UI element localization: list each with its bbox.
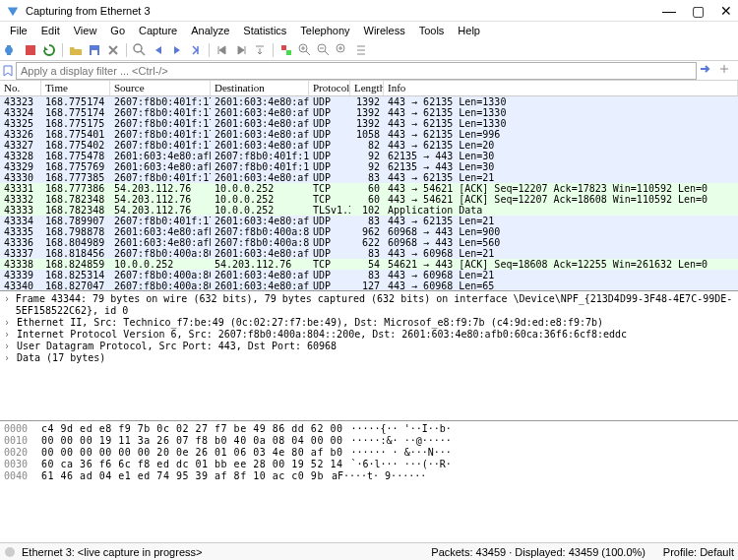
filter-expression-button[interactable] (718, 63, 736, 79)
packet-row[interactable]: 43328168.7754782601:603:4e80:afb0:…2607:… (0, 151, 738, 161)
svg-point-3 (134, 44, 142, 52)
hex-row[interactable]: 004061 46 ad 04 e1 ed 74 95 39 af 8f 10 … (4, 470, 734, 482)
app-icon (6, 4, 20, 18)
restart-capture-button[interactable] (41, 42, 57, 58)
packet-row[interactable]: 43329168.7757692601:603:4e80:afb0:…2607:… (0, 161, 738, 172)
svg-point-9 (5, 547, 15, 557)
go-first-button[interactable] (215, 42, 230, 58)
svg-rect-0 (26, 45, 35, 55)
zoom-in-button[interactable] (297, 42, 313, 58)
menu-analyze[interactable]: Analyze (185, 24, 235, 37)
packet-row[interactable]: 43327168.7754022607:f8b0:401f:17::a2601:… (0, 140, 738, 151)
status-left: Ethernet 3: <live capture in progress> (22, 546, 421, 558)
hex-row[interactable]: 001000 00 00 19 11 3a 26 07 f8 b0 40 0a … (4, 435, 734, 447)
bookmark-icon[interactable] (2, 65, 14, 77)
display-filter-input[interactable] (16, 62, 697, 80)
go-last-button[interactable] (233, 42, 249, 58)
col-destination[interactable]: Destination (211, 81, 309, 95)
menu-tools[interactable]: Tools (413, 24, 451, 37)
col-info[interactable]: Info (384, 81, 738, 95)
save-file-button[interactable] (87, 42, 102, 58)
go-next-button[interactable] (169, 42, 185, 58)
start-capture-button[interactable] (4, 42, 20, 58)
go-prev-button[interactable] (151, 42, 166, 58)
menu-wireless[interactable]: Wireless (358, 24, 411, 37)
find-packet-button[interactable] (132, 42, 148, 58)
packet-row[interactable]: 43339168.8253142607:f8b0:400a:804:…2601:… (0, 270, 738, 280)
packet-row[interactable]: 43326168.7754012607:f8b0:401f:17::a2601:… (0, 129, 738, 140)
window-title: Capturing from Ethernet 3 (26, 5, 662, 17)
col-protocol[interactable]: Protocol (309, 81, 350, 95)
filter-apply-button[interactable] (699, 63, 716, 79)
col-length[interactable]: Length (350, 81, 384, 95)
status-packets: Packets: 43459 · Displayed: 43459 (100.0… (421, 546, 655, 558)
packet-bytes-pane[interactable]: 0000c4 9d ed e8 f9 7b 0c 02 27 f7 be 49 … (0, 421, 738, 542)
menu-help[interactable]: Help (452, 24, 486, 37)
menu-go[interactable]: Go (104, 24, 131, 37)
detail-data[interactable]: Data (17 bytes) (17, 352, 105, 364)
svg-rect-4 (281, 45, 286, 50)
menu-capture[interactable]: Capture (133, 24, 183, 37)
packet-list-pane: No. Time Source Destination Protocol Len… (0, 81, 738, 291)
col-no[interactable]: No. (0, 81, 41, 95)
detail-frame[interactable]: Frame 43344: 79 bytes on wire (632 bits)… (16, 293, 734, 317)
packet-row[interactable]: 43335168.7988782601:603:4e80:afb0:…2607:… (0, 226, 738, 237)
packet-row[interactable]: 43325168.7751752607:f8b0:401f:17::a2601:… (0, 118, 738, 129)
packet-row[interactable]: 43331168.77738654.203.112.7610.0.0.252TC… (0, 183, 738, 194)
menu-telephony[interactable]: Telephony (294, 24, 355, 37)
packet-row[interactable]: 43333168.78234854.203.112.7610.0.0.252TL… (0, 205, 738, 216)
close-button[interactable]: ✕ (720, 3, 732, 19)
packet-list-header: No. Time Source Destination Protocol Len… (0, 81, 738, 96)
packet-row[interactable]: 43323168.7751742607:f8b0:401f:17::a2601:… (0, 96, 738, 107)
toolbar (0, 39, 738, 61)
status-profile[interactable]: Profile: Default (655, 546, 734, 558)
expert-info-icon[interactable] (4, 546, 16, 558)
hex-row[interactable]: 0000c4 9d ed e8 f9 7b 0c 02 27 f7 be 49 … (4, 423, 734, 435)
detail-ip[interactable]: Internet Protocol Version 6, Src: 2607:f… (17, 329, 627, 341)
packet-row[interactable]: 43337168.8184562607:f8b0:400a:804:…2601:… (0, 248, 738, 259)
hex-row[interactable]: 003060 ca 36 f6 6c f8 ed dc 01 bb ee 28 … (4, 459, 734, 470)
panes: No. Time Source Destination Protocol Len… (0, 81, 738, 542)
hex-row[interactable]: 002000 00 00 00 00 00 20 0e 26 01 06 03 … (4, 447, 734, 459)
zoom-reset-button[interactable] (335, 42, 350, 58)
maximize-button[interactable]: ▢ (692, 3, 705, 19)
packet-list-body[interactable]: 43323168.7751742607:f8b0:401f:17::a2601:… (0, 96, 738, 291)
close-file-button[interactable] (105, 42, 121, 58)
col-time[interactable]: Time (41, 81, 110, 95)
menu-statistics[interactable]: Statistics (237, 24, 292, 37)
col-source[interactable]: Source (110, 81, 211, 95)
auto-scroll-button[interactable] (252, 42, 268, 58)
stop-capture-button[interactable] (23, 42, 38, 58)
packet-row[interactable]: 43336168.8049892601:603:4e80:afb0:…2607:… (0, 237, 738, 248)
open-file-button[interactable] (68, 42, 84, 58)
minimize-button[interactable]: — (662, 3, 676, 19)
titlebar: Capturing from Ethernet 3 — ▢ ✕ (0, 0, 738, 22)
go-to-packet-button[interactable] (188, 42, 204, 58)
menu-file[interactable]: File (4, 24, 33, 37)
statusbar: Ethernet 3: <live capture in progress> P… (0, 542, 738, 560)
svg-rect-5 (286, 50, 291, 55)
detail-udp[interactable]: User Datagram Protocol, Src Port: 443, D… (17, 341, 337, 352)
packet-row[interactable]: 43340168.8270472607:f8b0:400a:804:…2601:… (0, 280, 738, 291)
packet-row[interactable]: 43332168.78234854.203.112.7610.0.0.252TC… (0, 194, 738, 205)
detail-ethernet[interactable]: Ethernet II, Src: Technico_f7:be:49 (0c:… (17, 317, 603, 329)
packet-row[interactable]: 43324168.7751742607:f8b0:401f:17::a2601:… (0, 107, 738, 118)
zoom-out-button[interactable] (316, 42, 332, 58)
filter-bar (0, 61, 738, 81)
menu-edit[interactable]: Edit (35, 24, 66, 37)
packet-details-pane[interactable]: ›Frame 43344: 79 bytes on wire (632 bits… (0, 291, 738, 421)
packet-row[interactable]: 43334168.7899072607:f8b0:401f:17::a2601:… (0, 216, 738, 226)
colorize-button[interactable] (278, 42, 294, 58)
packet-row[interactable]: 43330168.7773852607:f8b0:401f:17::a2601:… (0, 172, 738, 183)
packet-row[interactable]: 43338168.82485910.0.0.25254.203.112.76TC… (0, 259, 738, 270)
menu-view[interactable]: View (68, 24, 103, 37)
menubar: File Edit View Go Capture Analyze Statis… (0, 22, 738, 39)
resize-cols-button[interactable] (353, 42, 369, 58)
svg-rect-2 (92, 50, 97, 55)
